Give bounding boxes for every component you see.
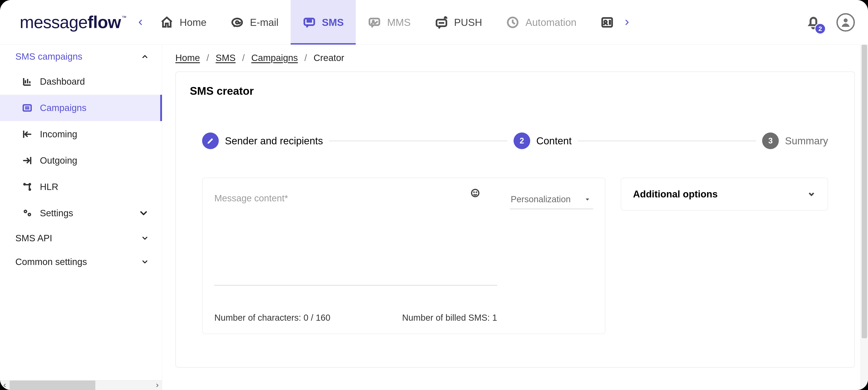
logo-text: message <box>20 12 88 32</box>
sidebar-group-sms-api[interactable]: SMS API <box>0 227 162 250</box>
user-icon <box>840 17 851 28</box>
email-icon <box>230 16 244 29</box>
panel-title: SMS creator <box>176 72 855 111</box>
nav-home[interactable]: Home <box>148 0 219 44</box>
svg-point-17 <box>29 214 30 215</box>
sidebar-group-label: SMS campaigns <box>16 51 83 62</box>
nav-sms-label: SMS <box>322 17 344 28</box>
nav-email[interactable]: E-mail <box>219 0 290 44</box>
incoming-icon <box>22 129 32 140</box>
step-label: Content <box>536 135 572 147</box>
step-label: Sender and recipients <box>225 135 323 147</box>
sidebar-horizontal-scrollbar <box>0 380 162 390</box>
nav-push[interactable]: PUSH <box>423 0 494 44</box>
nav-email-label: E-mail <box>250 17 278 28</box>
chevron-down-icon <box>141 234 149 242</box>
dashboard-icon <box>22 76 32 87</box>
scroll-left-button[interactable] <box>0 381 10 390</box>
main-inner: Home / SMS / Campaigns / Creator SMS cre… <box>162 45 868 390</box>
nav-sms[interactable]: SMS <box>291 0 356 44</box>
step-number: 3 <box>762 132 779 149</box>
outgoing-icon <box>22 155 32 166</box>
topbar-right: 2 <box>806 13 855 32</box>
step-number: 2 <box>514 132 530 149</box>
scroll-handle[interactable] <box>862 45 867 338</box>
step-connector <box>578 141 756 141</box>
creator-panel: SMS creator Sender and recipients 2 Cont… <box>175 71 855 368</box>
breadcrumb-sep: / <box>305 53 307 63</box>
caret-down-icon <box>584 196 591 203</box>
sidebar-item-dashboard[interactable]: Dashboard <box>0 68 162 95</box>
emoji-icon <box>470 188 480 198</box>
message-card: Personalization Number of characters: 0 … <box>202 178 606 334</box>
topbar: messageflow™ Home E-mail <box>0 0 868 45</box>
svg-point-20 <box>476 192 476 192</box>
sidebar-item-outgoing[interactable]: Outgoing <box>0 147 162 174</box>
app-window: messageflow™ Home E-mail <box>0 0 868 390</box>
sidebar-item-label: Outgoing <box>40 155 77 166</box>
nav-push-label: PUSH <box>454 17 482 28</box>
nav-mms[interactable]: MMS <box>356 0 423 44</box>
main-vertical-scrollbar <box>861 45 868 390</box>
nav-mms-label: MMS <box>387 17 410 28</box>
sms-counter: Number of billed SMS: 1 <box>402 313 497 323</box>
nav-scroll-left[interactable] <box>133 15 148 30</box>
breadcrumb-sep: / <box>242 53 245 63</box>
notifications-button[interactable]: 2 <box>806 14 821 30</box>
svg-point-16 <box>25 211 26 212</box>
breadcrumb-sms[interactable]: SMS <box>216 53 236 63</box>
svg-point-9 <box>844 19 848 22</box>
nav-automation[interactable]: Automation <box>494 0 589 44</box>
scroll-track[interactable] <box>10 381 152 390</box>
step-content[interactable]: 2 Content <box>514 132 572 149</box>
sidebar-item-settings[interactable]: Settings <box>0 200 162 227</box>
content-row: Personalization Number of characters: 0 … <box>176 149 855 334</box>
breadcrumb-home[interactable]: Home <box>175 53 200 63</box>
stepper: Sender and recipients 2 Content 3 Summar… <box>176 132 855 149</box>
breadcrumb-campaigns[interactable]: Campaigns <box>251 53 298 63</box>
sidebar-scroll: SMS campaigns Dashboard Campaigns <box>0 45 162 380</box>
breadcrumb-sep: / <box>207 53 209 63</box>
step-summary[interactable]: 3 Summary <box>762 132 828 149</box>
push-icon <box>435 16 448 29</box>
sidebar-item-incoming[interactable]: Incoming <box>0 121 162 147</box>
scroll-handle[interactable] <box>10 381 95 390</box>
topnav: Home E-mail SMS MMS <box>148 0 619 44</box>
breadcrumb: Home / SMS / Campaigns / Creator <box>175 51 855 71</box>
sidebar-item-label: Dashboard <box>40 76 85 87</box>
sidebar-item-campaigns[interactable]: Campaigns <box>0 95 162 121</box>
additional-options-card[interactable]: Additional options <box>621 178 828 211</box>
message-editor: Personalization <box>214 191 593 287</box>
chevron-up-icon <box>141 53 149 61</box>
sidebar-group-sms-campaigns[interactable]: SMS campaigns <box>0 45 162 68</box>
char-counter: Number of characters: 0 / 160 <box>214 313 330 323</box>
sidebar-item-hlr[interactable]: HLR <box>0 174 162 200</box>
campaigns-icon <box>22 103 32 113</box>
sidebar-item-label: Settings <box>40 208 73 218</box>
hlr-icon <box>22 182 32 192</box>
chevron-down-icon <box>807 190 816 199</box>
message-input[interactable] <box>214 191 497 286</box>
emoji-button[interactable] <box>469 187 482 199</box>
additional-options-label: Additional options <box>633 189 718 200</box>
sms-icon <box>303 16 316 29</box>
home-icon <box>160 16 174 29</box>
personalization-select[interactable]: Personalization <box>510 194 593 209</box>
edit-icon <box>202 132 219 149</box>
chevron-down-icon <box>141 258 149 266</box>
chevron-right-icon <box>623 19 631 26</box>
brand-logo: messageflow™ <box>20 12 126 32</box>
automation-icon <box>506 16 519 29</box>
settings-icon <box>22 208 32 218</box>
svg-point-19 <box>474 192 474 192</box>
nav-scroll-right[interactable] <box>619 15 634 30</box>
user-avatar[interactable] <box>836 13 855 32</box>
nav-contacts[interactable]: Co <box>589 0 619 44</box>
sidebar-item-label: HLR <box>40 182 58 192</box>
sidebar-group-common-settings[interactable]: Common settings <box>0 250 162 274</box>
step-sender[interactable]: Sender and recipients <box>202 132 323 149</box>
personalization-label: Personalization <box>511 194 571 204</box>
sidebar-group-label: Common settings <box>16 257 87 267</box>
sidebar-item-label: Incoming <box>40 129 77 140</box>
scroll-right-button[interactable] <box>152 381 162 390</box>
